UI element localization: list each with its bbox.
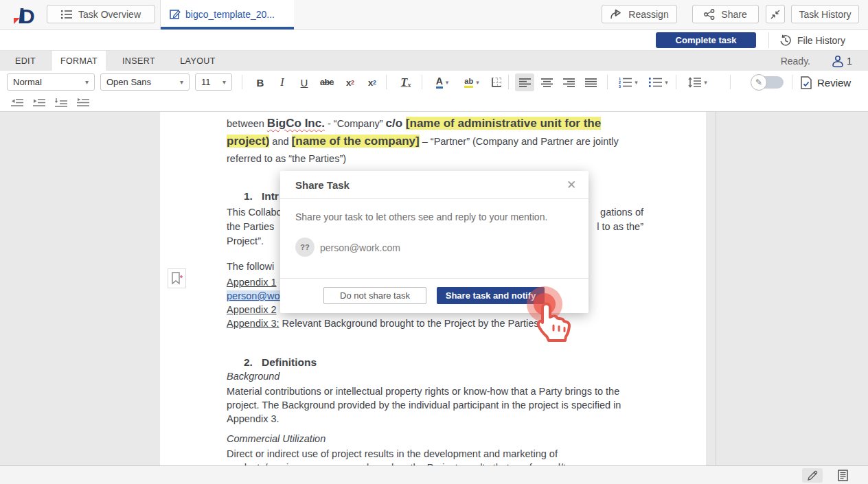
share-nodes-icon	[704, 9, 715, 20]
strikethrough-button[interactable]: abc	[316, 73, 338, 91]
complete-task-label: Complete task	[676, 35, 737, 45]
align-left-icon	[519, 78, 531, 87]
subscript-button[interactable]: x2	[363, 73, 382, 91]
align-center-icon	[541, 78, 553, 87]
top-bar: D Task Overview bigco_template_20... Rea…	[0, 0, 868, 30]
document-area: between BigCo Inc. - “Company” c/o [name…	[0, 112, 868, 465]
font-family-select[interactable]: Open Sans ▾	[100, 73, 190, 91]
align-left-button[interactable]	[515, 73, 534, 91]
chevron-down-icon: ▾	[476, 79, 479, 86]
document-tab-label: bigco_template_20...	[185, 9, 275, 20]
share-label: Share	[721, 9, 746, 20]
share-button[interactable]: Share	[692, 5, 759, 23]
company-name-text: BigCo Inc.	[267, 117, 325, 130]
pencil-note-icon: ✎	[755, 78, 762, 87]
line-spacing-button[interactable]: ▾	[684, 73, 711, 91]
definition-term: Commercial Utilization	[227, 433, 326, 444]
active-users-badge[interactable]: 1	[830, 51, 852, 71]
increase-indent-button[interactable]	[30, 96, 48, 110]
share-task-modal: Share Task ✕ Share your task to let othe…	[280, 171, 589, 313]
track-changes-toggle[interactable]: ✎	[751, 74, 784, 91]
decrease-indent-icon	[11, 98, 23, 108]
collapse-panel-button[interactable]	[766, 5, 785, 23]
tab-edit[interactable]: EDIT	[7, 51, 44, 71]
borders-button[interactable]	[488, 73, 505, 91]
bookmark-plus-icon	[171, 272, 183, 285]
decrease-indent-button[interactable]	[8, 96, 26, 110]
reassign-button[interactable]: Reassign	[602, 5, 677, 23]
modal-description: Share your task to let others see and re…	[295, 211, 547, 222]
user-icon	[830, 55, 843, 67]
italic-button[interactable]: I	[273, 73, 291, 91]
divider	[607, 75, 608, 89]
font-color-button[interactable]: A ▾	[430, 73, 455, 91]
tab-format[interactable]: FORMAT	[52, 51, 106, 71]
collapse-arrows-icon	[770, 10, 780, 19]
chevron-down-icon: ▾	[180, 78, 183, 86]
divider	[792, 75, 792, 89]
highlight-color-button[interactable]: ab ▾	[459, 73, 485, 91]
divider	[730, 75, 731, 89]
task-overview-label: Task Overview	[78, 9, 141, 20]
list-icon	[61, 10, 72, 19]
do-not-share-button[interactable]: Do not share task	[323, 287, 426, 304]
align-justify-button[interactable]	[581, 73, 600, 91]
share-and-notify-button[interactable]: Share task and notify	[437, 287, 545, 304]
clipped-line: products/services or processes based on …	[227, 461, 647, 465]
borders-icon	[492, 78, 501, 87]
divider	[768, 32, 769, 48]
highlighted-placeholder: [name of the company]	[292, 135, 420, 148]
font-size-select[interactable]: 11 ▾	[195, 73, 232, 91]
definition-body: Material contributions or intellectual p…	[227, 384, 647, 426]
edit-mode-button[interactable]	[802, 468, 823, 483]
task-overview-button[interactable]: Task Overview	[47, 5, 155, 23]
task-history-button[interactable]: Task History	[791, 5, 859, 23]
divider	[676, 75, 676, 89]
action-bar: Complete task File History	[0, 30, 868, 51]
numbered-list-icon: 123	[619, 77, 632, 88]
email-link[interactable]: person@wo	[227, 290, 280, 301]
hanging-indent-icon	[55, 98, 67, 108]
user-count-value: 1	[847, 56, 852, 67]
hanging-indent-button[interactable]	[52, 96, 70, 110]
section-heading-1: 1. Intr	[244, 190, 279, 203]
bold-button[interactable]: B	[251, 73, 269, 91]
modal-title: Share Task	[295, 179, 350, 191]
review-button[interactable]: Review	[801, 73, 851, 91]
document-tab[interactable]: bigco_template_20...	[161, 0, 294, 29]
first-line-indent-button[interactable]	[74, 96, 92, 110]
definition-term: Background	[227, 371, 279, 382]
document-view-button[interactable]	[832, 468, 853, 483]
increase-indent-icon	[33, 98, 45, 108]
chevron-down-icon: ▾	[704, 79, 707, 86]
align-center-button[interactable]	[537, 73, 556, 91]
tab-layout[interactable]: LAYOUT	[172, 51, 224, 71]
paragraph-style-select[interactable]: Normal ▾	[7, 73, 95, 91]
close-icon[interactable]: ✕	[564, 177, 579, 192]
tab-insert[interactable]: INSERT	[114, 51, 163, 71]
review-check-document-icon	[801, 76, 812, 89]
superscript-button[interactable]: x2	[341, 73, 360, 91]
task-history-label: Task History	[799, 9, 851, 20]
reassign-arrow-icon	[610, 9, 622, 20]
app-logo: D	[11, 4, 41, 26]
clear-formatting-button[interactable]: Tx	[396, 73, 416, 91]
edit-document-icon	[170, 9, 181, 20]
bullet-list-button[interactable]: ▾	[646, 73, 672, 91]
chevron-down-icon: ▾	[665, 79, 668, 86]
divider	[242, 75, 242, 89]
align-right-button[interactable]	[559, 73, 578, 91]
appendix-3-line: Appendix 3: Relevant Background brought …	[227, 316, 542, 330]
divider	[386, 75, 387, 89]
document-paragraph: between BigCo Inc. - “Company” c/o [name…	[227, 115, 647, 168]
reassign-label: Reassign	[628, 9, 668, 20]
first-line-indent-icon	[77, 98, 89, 108]
chevron-down-icon: ▾	[635, 79, 638, 86]
add-bookmark-button[interactable]	[168, 268, 186, 288]
formatting-toolbar: Normal ▾ Open Sans ▾ 11 ▾ B I U abc x2 x…	[0, 71, 868, 94]
complete-task-button[interactable]: Complete task	[656, 32, 756, 48]
document-line: The followi	[227, 261, 274, 272]
numbered-list-button[interactable]: 123 ▾	[615, 73, 641, 91]
underline-button[interactable]: U	[295, 73, 313, 91]
file-history-button[interactable]: File History	[779, 32, 845, 48]
